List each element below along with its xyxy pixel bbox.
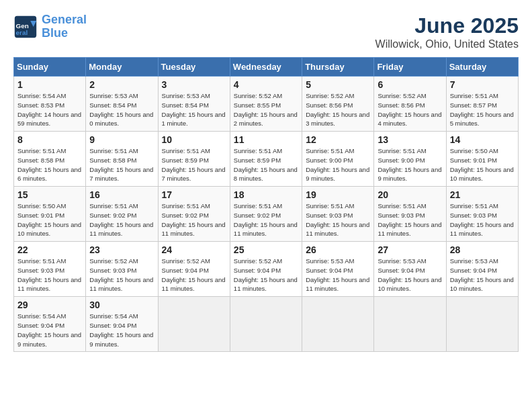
day-info: Sunrise: 5:53 AM Sunset: 8:54 PM Dayligh… (162, 91, 226, 128)
day-info: Sunrise: 5:51 AM Sunset: 8:58 PM Dayligh… (89, 146, 154, 183)
calendar-cell: 13 Sunrise: 5:51 AM Sunset: 9:00 PM Dayl… (374, 132, 446, 187)
calendar-cell: 2 Sunrise: 5:53 AM Sunset: 8:54 PM Dayli… (86, 77, 158, 132)
logo-icon: Gen eral (13, 15, 38, 39)
calendar-cell (158, 297, 230, 352)
day-info: Sunrise: 5:51 AM Sunset: 8:58 PM Dayligh… (17, 146, 82, 183)
day-number: 25 (234, 244, 298, 255)
day-number: 22 (17, 244, 82, 255)
day-number: 20 (378, 189, 442, 200)
day-info: Sunrise: 5:51 AM Sunset: 9:03 PM Dayligh… (378, 201, 442, 238)
weekday-header-sunday: Sunday (14, 58, 86, 77)
day-number: 7 (450, 79, 515, 90)
calendar-cell: 8 Sunrise: 5:51 AM Sunset: 8:58 PM Dayli… (14, 132, 86, 187)
calendar-cell: 20 Sunrise: 5:51 AM Sunset: 9:03 PM Dayl… (374, 187, 446, 242)
day-number: 23 (89, 244, 154, 255)
calendar-cell: 27 Sunrise: 5:53 AM Sunset: 9:04 PM Dayl… (374, 242, 446, 297)
logo: Gen eral GeneralBlue (13, 13, 87, 40)
calendar-cell: 26 Sunrise: 5:53 AM Sunset: 9:04 PM Dayl… (302, 242, 374, 297)
day-number: 21 (450, 189, 515, 200)
weekday-header-monday: Monday (86, 58, 158, 77)
location-title: Willowick, Ohio, United States (375, 38, 519, 50)
day-info: Sunrise: 5:51 AM Sunset: 9:02 PM Dayligh… (89, 201, 154, 238)
calendar-cell: 28 Sunrise: 5:53 AM Sunset: 9:04 PM Dayl… (446, 242, 518, 297)
day-info: Sunrise: 5:51 AM Sunset: 9:02 PM Dayligh… (162, 201, 226, 238)
calendar-cell: 19 Sunrise: 5:51 AM Sunset: 9:03 PM Dayl… (302, 187, 374, 242)
day-number: 15 (17, 189, 82, 200)
title-area: June 2025 Willowick, Ohio, United States (375, 13, 519, 50)
calendar-table: SundayMondayTuesdayWednesdayThursdayFrid… (13, 57, 519, 352)
day-number: 4 (234, 79, 298, 90)
calendar-cell: 10 Sunrise: 5:51 AM Sunset: 8:59 PM Dayl… (158, 132, 230, 187)
weekday-header-friday: Friday (374, 58, 446, 77)
calendar-cell (446, 297, 518, 352)
day-number: 16 (89, 189, 154, 200)
calendar-cell: 22 Sunrise: 5:51 AM Sunset: 9:03 PM Dayl… (14, 242, 86, 297)
calendar-cell: 15 Sunrise: 5:50 AM Sunset: 9:01 PM Dayl… (14, 187, 86, 242)
calendar-cell (302, 297, 374, 352)
calendar-week-3: 15 Sunrise: 5:50 AM Sunset: 9:01 PM Dayl… (14, 187, 519, 242)
day-number: 19 (306, 189, 370, 200)
day-info: Sunrise: 5:52 AM Sunset: 8:56 PM Dayligh… (378, 91, 442, 128)
day-number: 26 (306, 244, 370, 255)
calendar-cell: 5 Sunrise: 5:52 AM Sunset: 8:56 PM Dayli… (302, 77, 374, 132)
calendar-cell: 4 Sunrise: 5:52 AM Sunset: 8:55 PM Dayli… (230, 77, 302, 132)
weekday-header-tuesday: Tuesday (158, 58, 230, 77)
day-number: 10 (162, 134, 226, 145)
calendar-week-5: 29 Sunrise: 5:54 AM Sunset: 9:04 PM Dayl… (14, 297, 519, 352)
day-info: Sunrise: 5:52 AM Sunset: 8:56 PM Dayligh… (306, 91, 370, 128)
day-number: 1 (17, 79, 82, 90)
calendar-cell: 11 Sunrise: 5:51 AM Sunset: 8:59 PM Dayl… (230, 132, 302, 187)
day-number: 28 (450, 244, 515, 255)
calendar-week-4: 22 Sunrise: 5:51 AM Sunset: 9:03 PM Dayl… (14, 242, 519, 297)
day-info: Sunrise: 5:51 AM Sunset: 8:57 PM Dayligh… (450, 91, 515, 128)
day-info: Sunrise: 5:54 AM Sunset: 8:53 PM Dayligh… (17, 91, 82, 128)
day-number: 24 (162, 244, 226, 255)
calendar-cell: 29 Sunrise: 5:54 AM Sunset: 9:04 PM Dayl… (14, 297, 86, 352)
day-info: Sunrise: 5:50 AM Sunset: 9:01 PM Dayligh… (17, 201, 82, 238)
logo-text: GeneralBlue (42, 13, 87, 40)
calendar-cell: 21 Sunrise: 5:51 AM Sunset: 9:03 PM Dayl… (446, 187, 518, 242)
day-number: 18 (234, 189, 298, 200)
calendar-cell: 30 Sunrise: 5:54 AM Sunset: 9:04 PM Dayl… (86, 297, 158, 352)
calendar-cell: 1 Sunrise: 5:54 AM Sunset: 8:53 PM Dayli… (14, 77, 86, 132)
day-info: Sunrise: 5:51 AM Sunset: 9:03 PM Dayligh… (306, 201, 370, 238)
weekday-header-thursday: Thursday (302, 58, 374, 77)
day-number: 8 (17, 134, 82, 145)
calendar-cell: 17 Sunrise: 5:51 AM Sunset: 9:02 PM Dayl… (158, 187, 230, 242)
day-info: Sunrise: 5:53 AM Sunset: 8:54 PM Dayligh… (89, 91, 154, 128)
calendar-week-1: 1 Sunrise: 5:54 AM Sunset: 8:53 PM Dayli… (14, 77, 519, 132)
day-number: 5 (306, 79, 370, 90)
day-number: 17 (162, 189, 226, 200)
day-info: Sunrise: 5:53 AM Sunset: 9:04 PM Dayligh… (378, 257, 442, 293)
calendar-cell: 12 Sunrise: 5:51 AM Sunset: 9:00 PM Dayl… (302, 132, 374, 187)
day-info: Sunrise: 5:52 AM Sunset: 8:55 PM Dayligh… (234, 91, 298, 128)
calendar-cell: 3 Sunrise: 5:53 AM Sunset: 8:54 PM Dayli… (158, 77, 230, 132)
day-info: Sunrise: 5:53 AM Sunset: 9:04 PM Dayligh… (450, 257, 515, 293)
day-number: 29 (17, 300, 82, 310)
calendar-cell: 9 Sunrise: 5:51 AM Sunset: 8:58 PM Dayli… (86, 132, 158, 187)
month-title: June 2025 (375, 13, 519, 38)
day-info: Sunrise: 5:51 AM Sunset: 9:00 PM Dayligh… (378, 146, 442, 183)
day-info: Sunrise: 5:54 AM Sunset: 9:04 PM Dayligh… (17, 312, 82, 349)
day-number: 13 (378, 134, 442, 145)
day-info: Sunrise: 5:51 AM Sunset: 9:02 PM Dayligh… (234, 201, 298, 238)
day-info: Sunrise: 5:51 AM Sunset: 8:59 PM Dayligh… (162, 146, 226, 183)
day-info: Sunrise: 5:51 AM Sunset: 9:03 PM Dayligh… (450, 201, 515, 238)
weekday-header-wednesday: Wednesday (230, 58, 302, 77)
day-number: 6 (378, 79, 442, 90)
calendar-header: SundayMondayTuesdayWednesdayThursdayFrid… (14, 58, 519, 77)
page-header: Gen eral GeneralBlue June 2025 Willowick… (13, 13, 519, 50)
calendar-cell (230, 297, 302, 352)
day-info: Sunrise: 5:52 AM Sunset: 9:04 PM Dayligh… (234, 257, 298, 293)
calendar-cell: 14 Sunrise: 5:50 AM Sunset: 9:01 PM Dayl… (446, 132, 518, 187)
day-number: 30 (89, 300, 154, 310)
day-number: 27 (378, 244, 442, 255)
calendar-cell: 6 Sunrise: 5:52 AM Sunset: 8:56 PM Dayli… (374, 77, 446, 132)
day-number: 3 (162, 79, 226, 90)
calendar-cell (374, 297, 446, 352)
day-info: Sunrise: 5:50 AM Sunset: 9:01 PM Dayligh… (450, 146, 515, 183)
day-number: 11 (234, 134, 298, 145)
svg-text:eral: eral (16, 28, 28, 36)
calendar-cell: 24 Sunrise: 5:52 AM Sunset: 9:04 PM Dayl… (158, 242, 230, 297)
day-info: Sunrise: 5:51 AM Sunset: 9:03 PM Dayligh… (17, 257, 82, 293)
